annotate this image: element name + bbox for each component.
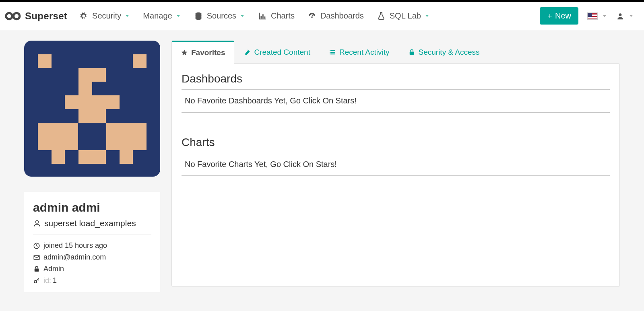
superset-logo-icon xyxy=(5,10,23,22)
paint-brush-icon xyxy=(244,49,251,56)
divider xyxy=(182,175,610,176)
divider xyxy=(33,235,151,235)
envelope-icon xyxy=(33,254,40,261)
favorites-charts-section: Charts No Favorite Charts Yet, Go Click … xyxy=(182,136,610,176)
bar-chart-icon xyxy=(258,12,267,21)
nav-sources[interactable]: Sources xyxy=(188,2,252,30)
tab-favorites-label: Favorites xyxy=(191,48,225,57)
favorites-dashboards-heading: Dashboards xyxy=(182,72,610,85)
svg-rect-21 xyxy=(330,52,330,53)
svg-rect-25 xyxy=(409,52,414,55)
svg-rect-3 xyxy=(260,16,262,19)
chevron-down-icon xyxy=(124,13,130,19)
profile-role: Admin xyxy=(43,265,64,273)
brand-name: Superset xyxy=(25,10,67,22)
plus-icon xyxy=(547,13,553,19)
svg-rect-4 xyxy=(262,14,264,19)
tab-recent-activity[interactable]: Recent Activity xyxy=(320,41,399,64)
page-body: admin admi superset load_examples joined… xyxy=(0,30,644,292)
main-column: Favorites Created Content Recent Activit… xyxy=(171,41,620,292)
chevron-down-icon xyxy=(175,13,181,19)
nav-sources-label: Sources xyxy=(207,11,236,21)
nav-security[interactable]: Security xyxy=(73,2,136,30)
svg-rect-23 xyxy=(330,54,330,54)
profile-joined: joined 15 hours ago xyxy=(43,241,107,250)
chevron-down-icon xyxy=(628,13,634,19)
navbar: Superset Security Manage Sources xyxy=(0,2,644,30)
clock-icon xyxy=(33,242,40,249)
nav-security-label: Security xyxy=(92,11,121,21)
profile-display-name: admin admi xyxy=(33,201,151,214)
tab-security-label: Security & Access xyxy=(419,48,480,57)
svg-rect-17 xyxy=(35,268,39,272)
svg-rect-20 xyxy=(331,50,335,51)
profile-id-row: id: 1 xyxy=(33,276,151,285)
svg-point-0 xyxy=(6,13,12,19)
nav-charts[interactable]: Charts xyxy=(252,2,301,30)
flag-us-icon xyxy=(587,12,598,20)
main-nav: Security Manage Sources Charts xyxy=(73,2,436,30)
new-button-label: New xyxy=(555,11,571,21)
user-icon xyxy=(616,12,624,20)
favorites-dashboards-empty: No Favorite Dashboards Yet, Go Click On … xyxy=(182,90,610,112)
nav-dashboards[interactable]: Dashboards xyxy=(301,2,370,30)
svg-rect-12 xyxy=(588,13,592,17)
divider xyxy=(182,112,610,113)
svg-rect-11 xyxy=(588,19,598,19)
svg-rect-10 xyxy=(588,17,598,18)
nav-manage[interactable]: Manage xyxy=(136,2,187,30)
nav-sqllab[interactable]: SQL Lab xyxy=(370,2,436,30)
tab-created-label: Created Content xyxy=(254,48,310,57)
nav-charts-label: Charts xyxy=(271,11,295,21)
svg-point-1 xyxy=(13,13,19,19)
svg-point-13 xyxy=(619,13,622,16)
svg-rect-19 xyxy=(330,50,330,51)
key-icon xyxy=(33,277,40,284)
user-menu[interactable] xyxy=(616,12,634,20)
new-button[interactable]: New xyxy=(540,7,578,25)
svg-point-14 xyxy=(36,220,39,223)
profile-role-row: Admin xyxy=(33,265,151,273)
svg-rect-5 xyxy=(264,16,266,18)
svg-point-6 xyxy=(311,16,313,18)
tab-recent-label: Recent Activity xyxy=(339,48,390,57)
chevron-down-icon xyxy=(424,13,430,19)
svg-rect-22 xyxy=(331,52,335,53)
chevron-down-icon xyxy=(239,13,245,19)
profile-email-row: admin@admin.com xyxy=(33,253,151,262)
profile-id-value: 1 xyxy=(53,276,57,285)
dashboard-icon xyxy=(308,12,316,21)
favorites-charts-empty: No Favorite Charts Yet, Go Click On Star… xyxy=(182,153,610,175)
profile-username-row: superset load_examples xyxy=(33,218,151,228)
nav-sqllab-label: SQL Lab xyxy=(390,11,421,21)
flask-icon xyxy=(377,12,386,21)
tabs: Favorites Created Content Recent Activit… xyxy=(171,41,620,64)
tab-security-access[interactable]: Security & Access xyxy=(399,41,489,64)
nav-dashboards-label: Dashboards xyxy=(320,11,364,21)
nav-manage-label: Manage xyxy=(143,11,172,21)
profile-username: superset load_examples xyxy=(44,218,136,228)
locale-selector[interactable] xyxy=(587,12,607,20)
user-outline-icon xyxy=(33,219,41,227)
star-icon xyxy=(181,49,188,56)
gears-icon xyxy=(79,12,88,21)
profile-joined-row: joined 15 hours ago xyxy=(33,241,151,250)
svg-point-18 xyxy=(34,280,37,283)
tab-content-favorites: Dashboards No Favorite Dashboards Yet, G… xyxy=(171,63,620,287)
avatar xyxy=(24,41,160,177)
lock-icon xyxy=(33,266,40,273)
favorites-charts-heading: Charts xyxy=(182,136,610,149)
svg-rect-24 xyxy=(331,54,335,54)
nav-right: New xyxy=(540,7,634,25)
user-panel: admin admi superset load_examples joined… xyxy=(24,192,160,292)
database-icon xyxy=(194,12,203,21)
tab-created-content[interactable]: Created Content xyxy=(234,41,319,64)
favorites-dashboards-section: Dashboards No Favorite Dashboards Yet, G… xyxy=(182,72,610,113)
brand-link[interactable]: Superset xyxy=(5,10,73,22)
profile-email: admin@admin.com xyxy=(43,253,106,262)
lock-icon xyxy=(408,49,415,56)
tab-favorites[interactable]: Favorites xyxy=(171,41,234,64)
left-column: admin admi superset load_examples joined… xyxy=(24,41,160,292)
chevron-down-icon xyxy=(602,13,607,19)
profile-id-label: id: xyxy=(43,276,51,285)
